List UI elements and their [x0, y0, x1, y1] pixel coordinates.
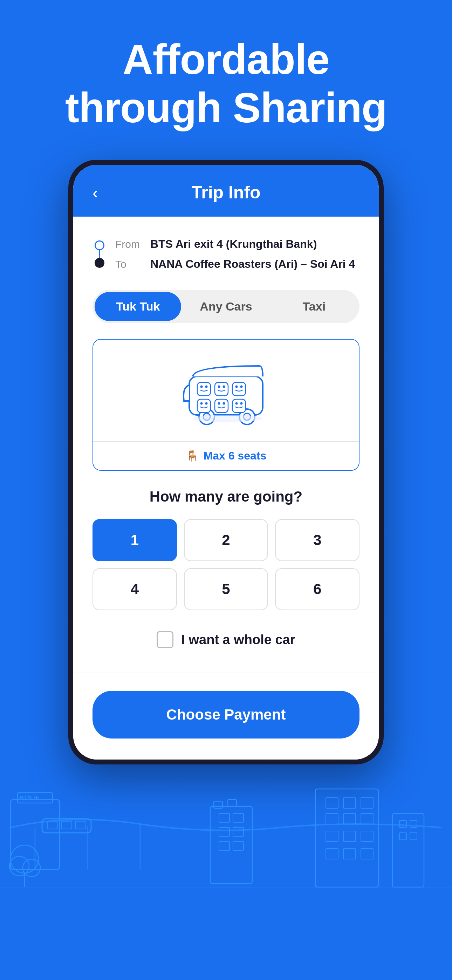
phone-screen: ‹ Trip Info From BTS Ari exit 4 (Krungth… [73, 165, 379, 759]
route-section: From BTS Ari exit 4 (Krungthai Bank) To … [92, 234, 360, 274]
svg-rect-54 [326, 831, 338, 842]
tuk-tuk-icon [177, 357, 275, 427]
svg-rect-21 [232, 399, 246, 412]
whole-car-row: I want a whole car [92, 628, 360, 652]
svg-rect-41 [219, 827, 229, 836]
svg-rect-44 [233, 842, 244, 850]
vehicle-card: 🪑 Max 6 seats [92, 339, 360, 471]
svg-point-14 [240, 385, 243, 388]
divider [73, 673, 379, 673]
svg-rect-52 [344, 813, 356, 824]
route-dots [92, 240, 107, 268]
svg-rect-45 [214, 801, 223, 808]
svg-point-36 [23, 859, 40, 877]
svg-rect-32 [61, 821, 72, 829]
svg-rect-42 [233, 827, 244, 836]
svg-rect-46 [228, 800, 237, 807]
from-value: BTS Ari exit 4 (Krungthai Bank) [150, 238, 317, 251]
tab-taxi[interactable]: Taxi [271, 292, 357, 321]
svg-rect-57 [326, 849, 338, 859]
route-line [99, 250, 100, 258]
city-illustration: BTS ✈ [0, 778, 452, 891]
screen-title: Trip Info [191, 182, 260, 203]
from-row: From BTS Ari exit 4 (Krungthai Bank) [115, 234, 360, 254]
svg-rect-59 [361, 849, 373, 859]
count-btn-6[interactable]: 6 [275, 568, 360, 610]
svg-rect-43 [219, 842, 229, 850]
vehicle-seats: 🪑 Max 6 seats [93, 441, 359, 470]
svg-point-7 [201, 385, 203, 388]
svg-point-20 [223, 402, 225, 405]
max-seats-label: Max 6 seats [204, 449, 267, 462]
to-label: To [115, 258, 143, 270]
passenger-count-grid: 1 2 3 4 5 6 [92, 519, 360, 610]
count-btn-2[interactable]: 2 [184, 519, 268, 561]
svg-rect-6 [197, 382, 210, 396]
passenger-question: How many are going? [92, 488, 360, 505]
phone-frame: ‹ Trip Info From BTS Ari exit 4 (Krungth… [68, 160, 384, 764]
back-button[interactable]: ‹ [92, 183, 98, 202]
choose-payment-button[interactable]: Choose Payment [92, 691, 360, 738]
tab-any-cars[interactable]: Any Cars [183, 292, 269, 321]
to-value: NANA Coffee Roasters (Ari) – Soi Ari 4 [150, 258, 355, 270]
count-btn-5[interactable]: 5 [184, 568, 268, 610]
seat-icon: 🪑 [186, 450, 199, 462]
svg-rect-51 [326, 813, 338, 824]
route-text: From BTS Ari exit 4 (Krungthai Bank) To … [115, 234, 360, 274]
screen-header: ‹ Trip Info [73, 165, 379, 216]
svg-point-16 [201, 402, 203, 405]
count-btn-4[interactable]: 4 [92, 568, 177, 610]
svg-rect-50 [361, 798, 373, 808]
svg-rect-48 [326, 798, 338, 808]
svg-rect-61 [399, 821, 406, 827]
from-label: From [115, 238, 143, 250]
svg-rect-12 [232, 382, 246, 396]
svg-point-5 [193, 415, 263, 422]
svg-text:BTS ✈: BTS ✈ [19, 795, 39, 802]
count-btn-1[interactable]: 1 [92, 519, 177, 561]
screen-body: From BTS Ari exit 4 (Krungthai Bank) To … [73, 216, 379, 759]
svg-rect-56 [361, 831, 373, 842]
svg-rect-63 [399, 833, 406, 840]
transport-tabs: Tuk Tuk Any Cars Taxi [92, 290, 360, 323]
svg-rect-64 [410, 833, 417, 840]
to-row: To NANA Coffee Roasters (Ari) – Soi Ari … [115, 254, 360, 274]
svg-rect-47 [315, 789, 379, 887]
svg-point-13 [236, 385, 238, 388]
svg-rect-31 [47, 821, 58, 829]
svg-rect-15 [197, 399, 210, 412]
svg-rect-18 [215, 399, 228, 412]
whole-car-checkbox[interactable] [157, 631, 173, 648]
svg-rect-49 [344, 798, 356, 808]
count-btn-3[interactable]: 3 [275, 519, 360, 561]
svg-rect-38 [210, 807, 252, 884]
vehicle-illustration [93, 340, 359, 441]
svg-point-8 [205, 385, 208, 388]
svg-point-23 [240, 402, 243, 405]
hero-title: Affordable through Sharing [65, 35, 387, 132]
svg-rect-58 [344, 849, 356, 859]
svg-rect-39 [219, 813, 229, 822]
city-svg: BTS ✈ [0, 778, 452, 891]
svg-rect-53 [361, 813, 373, 824]
svg-rect-33 [75, 821, 86, 829]
tab-tuk-tuk[interactable]: Tuk Tuk [95, 292, 181, 321]
svg-rect-9 [215, 382, 228, 396]
svg-point-22 [236, 402, 238, 405]
dest-dot [95, 258, 104, 268]
svg-point-19 [218, 402, 220, 405]
svg-point-17 [205, 402, 208, 405]
svg-point-10 [218, 385, 220, 388]
whole-car-label: I want a whole car [181, 632, 295, 648]
origin-dot [95, 240, 104, 250]
svg-rect-55 [344, 831, 356, 842]
svg-rect-40 [233, 813, 244, 822]
svg-point-11 [223, 385, 225, 388]
